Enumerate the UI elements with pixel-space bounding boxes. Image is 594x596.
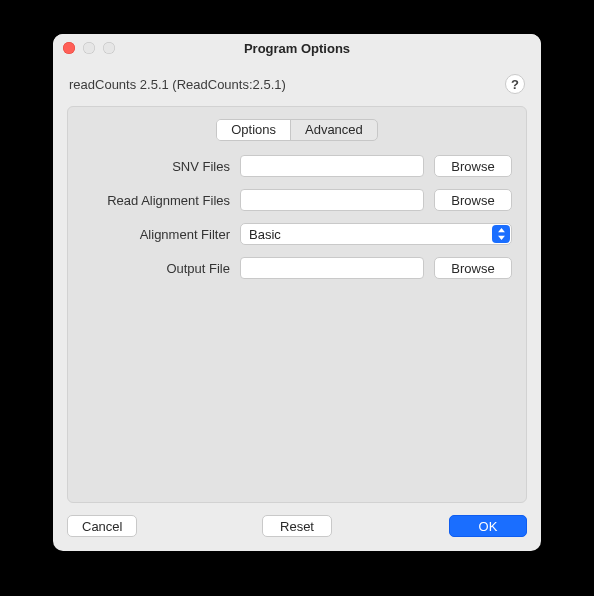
browse-snv-files[interactable]: Browse xyxy=(434,155,512,177)
select-alignment-filter-value: Basic xyxy=(249,227,281,242)
tab-options[interactable]: Options xyxy=(217,120,290,140)
chevron-up-down-icon xyxy=(492,225,510,243)
program-options-window: Program Options readCounts 2.5.1 (ReadCo… xyxy=(53,34,541,551)
ok-button[interactable]: OK xyxy=(449,515,527,537)
tab-advanced[interactable]: Advanced xyxy=(290,120,377,140)
label-snv-files: SNV Files xyxy=(82,159,230,174)
tab-segmented-control: Options Advanced xyxy=(216,119,378,141)
program-subtitle: readCounts 2.5.1 (ReadCounts:2.5.1) xyxy=(69,77,286,92)
zoom-icon[interactable] xyxy=(103,42,115,54)
input-read-alignment-files[interactable] xyxy=(240,189,424,211)
select-alignment-filter[interactable]: Basic xyxy=(240,223,512,245)
cancel-button[interactable]: Cancel xyxy=(67,515,137,537)
browse-output-file[interactable]: Browse xyxy=(434,257,512,279)
label-read-alignment-files: Read Alignment Files xyxy=(82,193,230,208)
label-output-file: Output File xyxy=(82,261,230,276)
row-read-alignment-files: Read Alignment Files Browse xyxy=(82,189,512,211)
titlebar: Program Options xyxy=(53,34,541,62)
input-snv-files[interactable] xyxy=(240,155,424,177)
close-icon[interactable] xyxy=(63,42,75,54)
row-alignment-filter: Alignment Filter Basic xyxy=(82,223,512,245)
help-icon: ? xyxy=(511,77,519,92)
row-output-file: Output File Browse xyxy=(82,257,512,279)
minimize-icon[interactable] xyxy=(83,42,95,54)
tab-bar: Options Advanced xyxy=(82,119,512,141)
browse-read-alignment-files[interactable]: Browse xyxy=(434,189,512,211)
window-title: Program Options xyxy=(244,41,350,56)
subheader: readCounts 2.5.1 (ReadCounts:2.5.1) ? xyxy=(53,62,541,102)
label-alignment-filter: Alignment Filter xyxy=(82,227,230,242)
options-panel: Options Advanced SNV Files Browse Read A… xyxy=(67,106,527,503)
dialog-footer: Cancel Reset OK xyxy=(53,503,541,551)
help-button[interactable]: ? xyxy=(505,74,525,94)
reset-button[interactable]: Reset xyxy=(262,515,332,537)
input-output-file[interactable] xyxy=(240,257,424,279)
row-snv-files: SNV Files Browse xyxy=(82,155,512,177)
window-controls xyxy=(63,42,115,54)
